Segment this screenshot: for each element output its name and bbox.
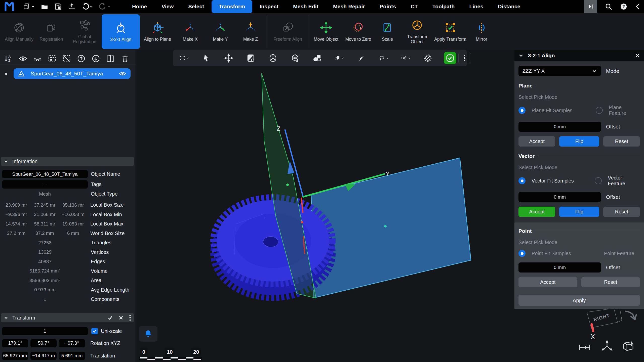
object-visibility-icon[interactable] [118,70,127,78]
menu-toolpath[interactable]: Toolpath [425,0,462,13]
object-name-field[interactable] [2,170,88,178]
fit-view-button[interactable] [178,52,191,64]
menu-mesh-edit[interactable]: Mesh Edit [286,0,326,13]
vector-feature-radio[interactable] [595,177,602,184]
hide-all-icon[interactable] [33,54,42,63]
align-panel-header[interactable]: 3-2-1 Align [514,50,644,61]
plane-accept-button[interactable]: Accept [518,136,555,147]
tool-scale[interactable]: Scale [374,14,400,49]
menu-ct[interactable]: CT [403,0,425,13]
tool-global-registration[interactable]: Global Registration [67,14,102,49]
duplicate-button[interactable] [333,52,346,64]
transform-panel-header[interactable]: Transform [1,313,134,322]
cancel-transform-icon[interactable] [118,315,124,320]
collapse-ribbon-button[interactable] [635,3,640,10]
open-file-button[interactable] [39,2,50,11]
add-points-button[interactable] [289,52,301,64]
more-options-icon[interactable] [129,314,131,321]
tool-move-object[interactable]: Move Object [310,14,342,49]
point-fit-samples-radio[interactable] [518,250,526,257]
tool-apply-transform[interactable]: Apply Transform [434,14,467,49]
vector-reset-button[interactable]: Reset [603,207,640,217]
apply-button[interactable]: Apply [518,295,640,306]
deselect-all-icon[interactable] [62,54,71,63]
new-file-button[interactable] [21,2,37,11]
mode-select[interactable]: ZZZ-YY-X [518,66,601,76]
delete-icon[interactable] [121,54,129,63]
tool-align-to-plane[interactable]: Align to Plane [140,14,175,49]
orbit-button[interactable] [267,52,279,64]
menu-select[interactable]: Select [181,0,211,13]
information-panel-header[interactable]: Information [1,157,134,166]
select-all-icon[interactable] [48,54,56,63]
tool-registration[interactable]: Registration [35,14,67,49]
app-logo[interactable] [4,1,15,12]
measure-icon[interactable] [578,344,591,351]
tool-align-manually[interactable]: Align Manually [3,14,35,49]
move-view-button[interactable] [222,52,235,64]
confirm-transform-icon[interactable] [107,315,113,321]
menu-lines[interactable]: Lines [462,0,491,13]
tool-make-x[interactable]: Make X [175,14,205,49]
translation-x-field[interactable] [2,352,28,360]
vector-flip-button[interactable]: Flip [559,207,599,217]
box-deselect-button[interactable] [399,52,412,64]
help-button[interactable]: ? [620,3,627,10]
menu-view[interactable]: View [154,0,181,13]
viewport-more-options-button[interactable] [458,52,471,64]
axes-icon[interactable] [601,340,613,352]
menu-distance[interactable]: Distance [491,0,528,13]
move-up-icon[interactable] [77,54,86,63]
undo-button[interactable] [79,2,95,11]
plane-fit-samples-radio[interactable] [518,107,526,114]
scale-field[interactable] [2,327,88,335]
sort-az-icon[interactable]: AZ [4,54,13,63]
slice-button[interactable] [355,52,368,64]
menu-inspect[interactable]: Inspect [252,0,286,13]
plane-offset-field[interactable] [518,122,601,132]
menu-transform[interactable]: Transform [212,0,253,13]
plane-feature-radio[interactable] [596,107,603,114]
select-cursor-button[interactable] [200,52,213,64]
bounding-box-icon[interactable] [621,339,635,352]
confirm-selection-button[interactable] [444,52,456,64]
menu-home[interactable]: Home [125,0,154,13]
tags-field[interactable] [2,180,88,189]
close-icon[interactable] [635,53,640,58]
skip-to-end-button[interactable] [584,0,597,13]
tool-make-z[interactable]: Make Z [235,14,266,49]
rename-icon[interactable] [106,54,115,63]
point-accept-button[interactable]: Accept [518,277,577,287]
rotation-y-field[interactable] [30,339,57,347]
clear-selection-button[interactable] [422,52,434,64]
menu-mesh-repair[interactable]: Mesh Repair [326,0,372,13]
point-reset-button[interactable]: Reset [581,277,640,287]
export-button[interactable] [66,2,77,11]
tool-move-to-zero[interactable]: Move to Zero [342,14,374,49]
vector-accept-button[interactable]: Accept [518,207,555,217]
redo-button[interactable] [97,2,113,11]
tool-transform-object[interactable]: Transform Object [400,14,434,49]
search-button[interactable] [605,3,612,10]
lasso-select-button[interactable] [377,52,390,64]
tool-mirror[interactable]: Mirror [467,14,496,49]
point-feature-option[interactable]: Point Feature [604,251,634,256]
plane-flip-button[interactable]: Flip [559,136,599,147]
rotation-x-field[interactable] [2,339,28,347]
point-offset-field[interactable] [518,262,601,273]
vector-offset-field[interactable] [518,192,601,202]
uni-scale-checkbox[interactable] [91,328,98,334]
primitives-button[interactable] [311,52,324,64]
tool-make-y[interactable]: Make Y [205,14,235,49]
vector-fit-samples-radio[interactable] [518,177,526,184]
plane-reset-button[interactable]: Reset [603,136,640,147]
object-list-item[interactable]: SpurGear_06_48_50T_Tamiya [14,68,131,79]
rotation-z-field[interactable] [59,339,85,347]
tool-321-align[interactable]: 3-2-1 Align [102,14,140,49]
save-button[interactable] [52,2,64,11]
render-settings-button[interactable] [245,52,257,64]
show-all-icon[interactable] [19,54,27,63]
move-down-icon[interactable] [92,54,100,63]
notifications-button[interactable] [139,326,157,342]
translation-z-field[interactable] [59,352,85,360]
